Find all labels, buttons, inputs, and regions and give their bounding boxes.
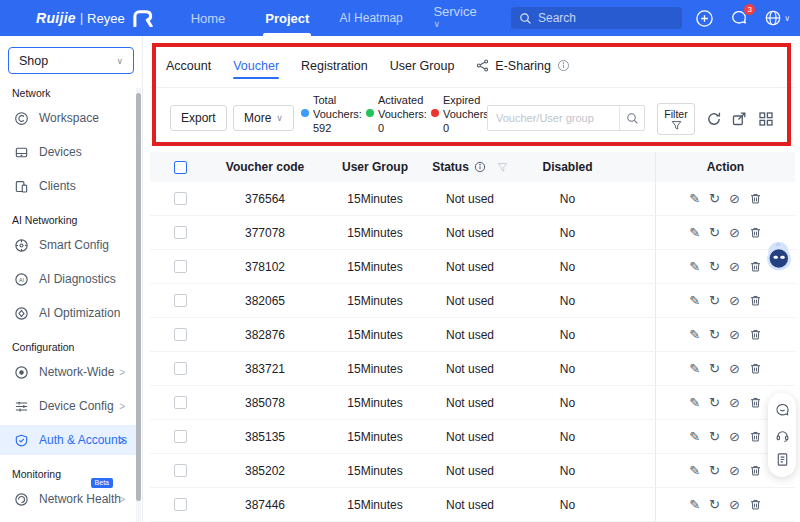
language-globe-icon[interactable]: ∨ xyxy=(764,9,790,27)
nav-item-ai-heatmap[interactable]: AI Heatmap xyxy=(329,0,413,36)
shop-select[interactable]: Shop ∨ xyxy=(8,47,134,74)
edit-icon[interactable]: ✎ xyxy=(689,328,700,341)
edit-icon[interactable]: ✎ xyxy=(689,464,700,477)
tab-account[interactable]: Account xyxy=(166,44,211,87)
voucher-toolbar: Export More ∨ Total Vouchers: 592 Activa… xyxy=(150,88,795,152)
sidebar-item-network-wide[interactable]: Network-Wide > xyxy=(0,357,137,387)
sidebar-item-auth-accounts[interactable]: Auth & Accounts > xyxy=(0,425,137,455)
sidebar-item-devices[interactable]: Devices xyxy=(0,137,137,167)
tab-registration[interactable]: Registration xyxy=(301,44,368,87)
voucher-search-input[interactable] xyxy=(488,106,619,130)
row-checkbox[interactable] xyxy=(174,498,187,511)
ban-icon[interactable]: ⊘ xyxy=(729,498,740,511)
sidebar-item-clients[interactable]: Clients xyxy=(0,171,137,201)
sidebar-item-ai-optimization[interactable]: AI Optimization xyxy=(0,298,137,328)
ban-icon[interactable]: ⊘ xyxy=(729,260,740,273)
export-button[interactable]: Export xyxy=(170,105,227,131)
feedback-icon[interactable] xyxy=(775,403,790,418)
row-checkbox[interactable] xyxy=(174,328,187,341)
nav-item-project[interactable]: Project xyxy=(245,0,329,36)
delete-icon[interactable] xyxy=(749,328,762,341)
edit-icon[interactable]: ✎ xyxy=(689,362,700,375)
ban-icon[interactable]: ⊘ xyxy=(729,362,740,375)
info-icon[interactable] xyxy=(557,59,570,72)
ban-icon[interactable]: ⊘ xyxy=(729,464,740,477)
tab-e-sharing[interactable]: E-Sharing xyxy=(476,44,570,87)
add-circle-icon[interactable] xyxy=(695,9,714,28)
renew-icon[interactable]: ↻ xyxy=(709,396,720,409)
refresh-icon[interactable] xyxy=(706,111,722,127)
row-checkbox[interactable] xyxy=(174,430,187,443)
row-checkbox[interactable] xyxy=(174,396,187,409)
export-share-icon[interactable] xyxy=(731,111,747,127)
disabled-cell: No xyxy=(510,226,625,240)
ai-assistant-mascot-icon[interactable] xyxy=(764,241,794,273)
sidebar-item-partial[interactable] xyxy=(0,518,137,522)
ban-icon[interactable]: ⊘ xyxy=(729,430,740,443)
delete-icon[interactable] xyxy=(749,396,762,409)
ban-icon[interactable]: ⊘ xyxy=(729,396,740,409)
delete-icon[interactable] xyxy=(749,192,762,205)
delete-icon[interactable] xyxy=(749,430,762,443)
tab-user-group[interactable]: User Group xyxy=(390,44,455,87)
global-search[interactable] xyxy=(511,7,682,29)
edit-icon[interactable]: ✎ xyxy=(689,396,700,409)
row-checkbox[interactable] xyxy=(174,260,187,273)
delete-icon[interactable] xyxy=(749,464,762,477)
edit-icon[interactable]: ✎ xyxy=(689,430,700,443)
sidebar-item-ai-diagnostics[interactable]: AI AI Diagnostics xyxy=(0,264,137,294)
filter-button[interactable]: Filter xyxy=(657,103,695,135)
delete-icon[interactable] xyxy=(749,260,762,273)
ban-icon[interactable]: ⊘ xyxy=(729,192,740,205)
renew-icon[interactable]: ↻ xyxy=(709,328,720,341)
sidebar-item-device-config[interactable]: Device Config > xyxy=(0,391,137,421)
delete-icon[interactable] xyxy=(749,226,762,239)
edit-icon[interactable]: ✎ xyxy=(689,226,700,239)
sidebar-item-workspace[interactable]: Workspace xyxy=(0,103,137,133)
edit-icon[interactable]: ✎ xyxy=(689,294,700,307)
survey-doc-icon[interactable] xyxy=(775,452,790,467)
sidebar-item-network-health[interactable]: Network Health Beta > xyxy=(0,484,137,514)
renew-icon[interactable]: ↻ xyxy=(709,294,720,307)
status-filter-funnel-icon[interactable] xyxy=(497,162,508,173)
tab-voucher[interactable]: Voucher xyxy=(233,44,279,87)
global-search-input[interactable] xyxy=(538,11,693,25)
renew-icon[interactable]: ↻ xyxy=(709,192,720,205)
row-checkbox[interactable] xyxy=(174,192,187,205)
delete-icon[interactable] xyxy=(749,294,762,307)
brand-logo[interactable]: Ruijie | Reyee xyxy=(36,9,155,27)
sidebar-item-smart-config[interactable]: Smart Config xyxy=(0,230,137,260)
renew-icon[interactable]: ↻ xyxy=(709,260,720,273)
select-all-checkbox[interactable] xyxy=(174,161,187,174)
renew-icon[interactable]: ↻ xyxy=(709,464,720,477)
renew-icon[interactable]: ↻ xyxy=(709,430,720,443)
user-group-cell: 15Minutes xyxy=(320,362,430,376)
row-checkbox[interactable] xyxy=(174,362,187,375)
info-icon[interactable] xyxy=(474,161,486,173)
renew-icon[interactable]: ↻ xyxy=(709,498,720,511)
row-checkbox[interactable] xyxy=(174,226,187,239)
auth-accounts-icon xyxy=(14,433,29,448)
delete-icon[interactable] xyxy=(749,362,762,375)
edit-icon[interactable]: ✎ xyxy=(689,192,700,205)
ban-icon[interactable]: ⊘ xyxy=(729,328,740,341)
row-checkbox[interactable] xyxy=(174,294,187,307)
edit-icon[interactable]: ✎ xyxy=(689,498,700,511)
search-icon[interactable] xyxy=(619,106,644,130)
chevron-right-icon: > xyxy=(119,494,125,505)
renew-icon[interactable]: ↻ xyxy=(709,226,720,239)
disabled-cell: No xyxy=(510,294,625,308)
renew-icon[interactable]: ↻ xyxy=(709,362,720,375)
ban-icon[interactable]: ⊘ xyxy=(729,294,740,307)
apps-grid-icon[interactable] xyxy=(758,111,774,127)
delete-icon[interactable] xyxy=(749,498,762,511)
sidebar-scrollbar-thumb[interactable] xyxy=(136,93,141,501)
edit-icon[interactable]: ✎ xyxy=(689,260,700,273)
nav-item-home[interactable]: Home xyxy=(171,0,246,36)
ban-icon[interactable]: ⊘ xyxy=(729,226,740,239)
nav-item-service[interactable]: Service ∨ xyxy=(413,0,496,36)
more-button[interactable]: More ∨ xyxy=(233,105,294,131)
row-checkbox[interactable] xyxy=(174,464,187,477)
support-headset-icon[interactable] xyxy=(775,428,790,443)
message-icon[interactable]: 3 xyxy=(730,9,748,27)
